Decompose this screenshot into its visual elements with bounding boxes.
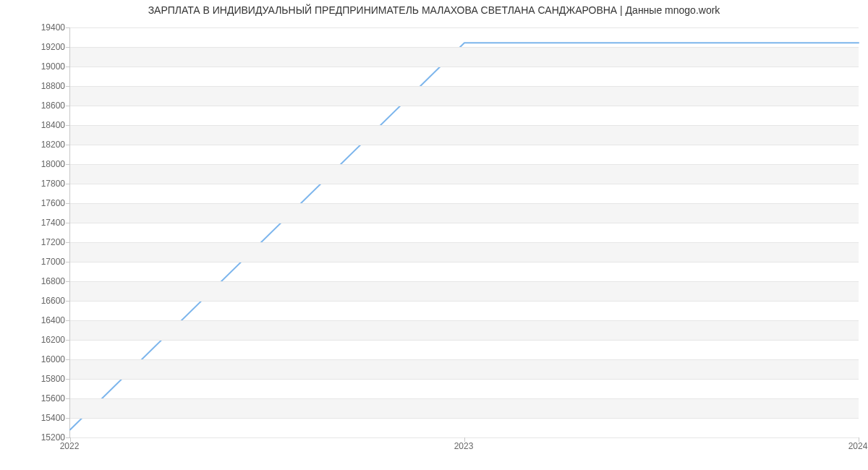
x-tick-label: 2023	[454, 441, 474, 451]
y-tick-label: 15600	[0, 393, 65, 403]
x-tick-label: 2022	[60, 441, 80, 451]
y-tick-label: 16200	[0, 335, 65, 345]
y-tick-label: 17400	[0, 218, 65, 228]
x-axis-labels: 202220232024	[69, 441, 858, 463]
y-tick-label: 18800	[0, 81, 65, 91]
salary-line-chart: ЗАРПЛАТА В ИНДИВИДУАЛЬНЫЙ ПРЕДПРИНИМАТЕЛ…	[0, 0, 868, 470]
plot-area	[69, 27, 859, 438]
y-tick-label: 18600	[0, 101, 65, 111]
y-tick-label: 17800	[0, 179, 65, 189]
y-tick-label: 16000	[0, 354, 65, 364]
y-tick-label: 19200	[0, 42, 65, 52]
y-tick-label: 17600	[0, 198, 65, 208]
y-tick-label: 16800	[0, 276, 65, 286]
y-axis-labels: 1520015400156001580016000162001640016600…	[0, 27, 65, 437]
y-tick-label: 16600	[0, 296, 65, 306]
x-tick-label: 2024	[848, 441, 868, 451]
chart-title: ЗАРПЛАТА В ИНДИВИДУАЛЬНЫЙ ПРЕДПРИНИМАТЕЛ…	[0, 4, 868, 16]
y-tick-label: 18400	[0, 120, 65, 130]
y-tick-label: 16400	[0, 315, 65, 325]
y-tick-label: 17200	[0, 237, 65, 247]
y-tick-label: 15200	[0, 432, 65, 443]
y-tick-label: 18000	[0, 159, 65, 169]
y-tick-label: 17000	[0, 257, 65, 267]
y-tick-label: 18200	[0, 140, 65, 150]
y-tick-label: 15800	[0, 374, 65, 384]
y-tick-label: 19400	[0, 22, 65, 33]
y-tick-label: 15400	[0, 413, 65, 423]
y-tick-label: 19000	[0, 61, 65, 72]
